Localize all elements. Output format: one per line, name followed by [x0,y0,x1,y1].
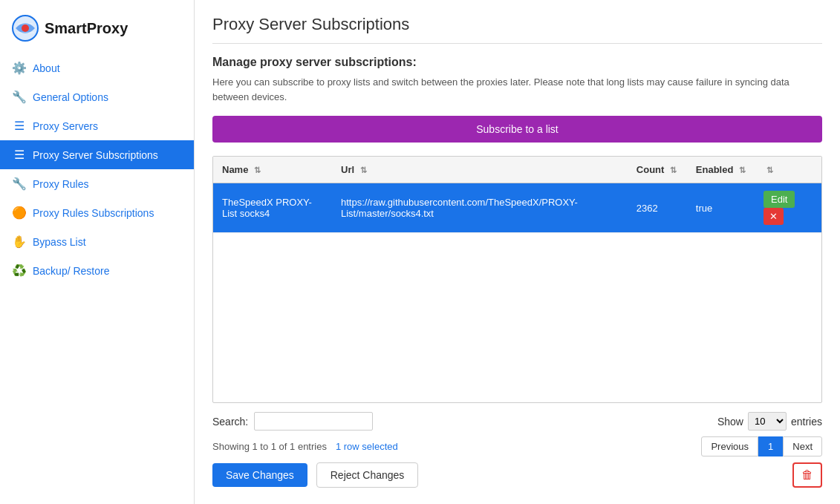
section-title: Manage proxy server subscriptions: [212,56,822,69]
col-header-name[interactable]: Name ⇅ [213,157,332,183]
wrench-icon: 🔧 [12,90,27,104]
cell-count: 2362 [628,183,687,233]
page-title: Proxy Server Subscriptions [212,15,822,44]
sidebar-label-proxy-rules-subscriptions: Proxy Rules Subscriptions [33,207,154,219]
table-body: TheSpeedX PROXY-List socks4https://raw.g… [213,183,821,233]
orange-icon: 🟠 [12,206,27,220]
table-row[interactable]: TheSpeedX PROXY-List socks4https://raw.g… [213,183,821,233]
next-button[interactable]: Next [783,436,822,456]
app-name: SmartProxy [45,20,128,37]
sort-icon-count: ⇅ [670,166,677,175]
info-area: Showing 1 to 1 of 1 entries 1 row select… [212,441,398,452]
logo-area: SmartProxy [0,7,194,53]
svg-point-2 [22,24,29,32]
show-entries-area: Show 10 25 50 100 entries [717,412,822,431]
cell-enabled: true [687,183,755,233]
list-icon: ☰ [12,148,27,162]
search-label: Search: [212,416,248,428]
row-selected-text: 1 row selected [336,441,398,452]
info-row: Showing 1 to 1 of 1 entries 1 row select… [212,436,822,456]
sidebar-item-proxy-rules-subscriptions[interactable]: 🟠 Proxy Rules Subscriptions [0,198,194,227]
sidebar-item-bypass-list[interactable]: ✋ Bypass List [0,227,194,256]
sidebar-label-proxy-rules: Proxy Rules [33,178,88,190]
cell-url: https://raw.githubusercontent.com/TheSpe… [332,183,628,233]
gear-icon: ⚙️ [12,61,27,75]
entries-label: entries [791,416,822,428]
search-input[interactable] [254,412,373,431]
subscribe-button[interactable]: Subscribe to a list [212,116,822,143]
col-header-actions: ⇅ [755,157,821,183]
hand-icon: ✋ [12,235,27,249]
sidebar-label-proxy-servers: Proxy Servers [33,120,98,132]
sort-icon-actions: ⇅ [766,166,773,175]
search-area: Search: [212,412,373,431]
subscriptions-table-wrapper: Name ⇅ Url ⇅ Count ⇅ Enabled ⇅ [212,156,822,403]
show-label: Show [717,416,743,428]
sort-icon-name: ⇅ [254,166,261,175]
reject-button[interactable]: Reject Changes [316,462,419,488]
save-reject-area: Save Changes Reject Changes [212,462,418,488]
save-button[interactable]: Save Changes [212,463,307,487]
row-delete-button[interactable]: ✕ [764,208,784,225]
sidebar: SmartProxy ⚙️ About 🔧 General Options ☰ … [0,0,195,504]
col-header-count[interactable]: Count ⇅ [628,157,687,183]
section-desc: Here you can subscribe to proxy lists an… [212,75,822,104]
sort-icon-url: ⇅ [360,166,367,175]
sidebar-item-proxy-servers[interactable]: ☰ Proxy Servers [0,111,194,140]
sidebar-label-backup-restore: Backup/ Restore [33,265,110,277]
subscriptions-table: Name ⇅ Url ⇅ Count ⇅ Enabled ⇅ [213,157,821,233]
sidebar-item-general-options[interactable]: 🔧 General Options [0,82,194,111]
logo-icon [12,15,39,42]
rules-icon: 🔧 [12,177,27,191]
trash-icon: 🗑 [801,468,813,481]
bottom-bar: Search: Show 10 25 50 100 entries Showin… [212,403,822,504]
sidebar-label-bypass-list: Bypass List [33,236,86,248]
pagination: Previous 1 Next [701,436,822,456]
sidebar-label-about: About [33,62,60,74]
sidebar-label-proxy-server-subscriptions: Proxy Server Subscriptions [33,149,158,161]
edit-button[interactable]: Edit [764,191,795,208]
main-content: Proxy Server Subscriptions Manage proxy … [195,0,840,504]
recycle-icon: ♻️ [12,264,27,278]
previous-button[interactable]: Previous [701,436,758,456]
page-1-button[interactable]: 1 [758,436,783,456]
search-row: Search: Show 10 25 50 100 entries [212,412,822,431]
cell-name: TheSpeedX PROXY-List socks4 [213,183,332,233]
sidebar-item-proxy-rules[interactable]: 🔧 Proxy Rules [0,169,194,198]
sidebar-item-about[interactable]: ⚙️ About [0,53,194,82]
sort-icon-enabled: ⇅ [739,166,746,175]
sidebar-item-backup-restore[interactable]: ♻️ Backup/ Restore [0,256,194,285]
sidebar-item-proxy-server-subscriptions[interactable]: ☰ Proxy Server Subscriptions [0,140,194,169]
delete-button[interactable]: 🗑 [792,462,822,488]
entries-select[interactable]: 10 25 50 100 [748,412,787,431]
cell-actions: Edit✕ [755,183,821,233]
col-header-enabled[interactable]: Enabled ⇅ [687,157,755,183]
table-header-row: Name ⇅ Url ⇅ Count ⇅ Enabled ⇅ [213,157,821,183]
actions-row: Save Changes Reject Changes 🗑 [212,462,822,495]
showing-text: Showing 1 to 1 of 1 entries [212,441,327,452]
sidebar-label-general-options: General Options [33,91,108,103]
col-header-url[interactable]: Url ⇅ [332,157,628,183]
menu-icon: ☰ [12,119,27,133]
